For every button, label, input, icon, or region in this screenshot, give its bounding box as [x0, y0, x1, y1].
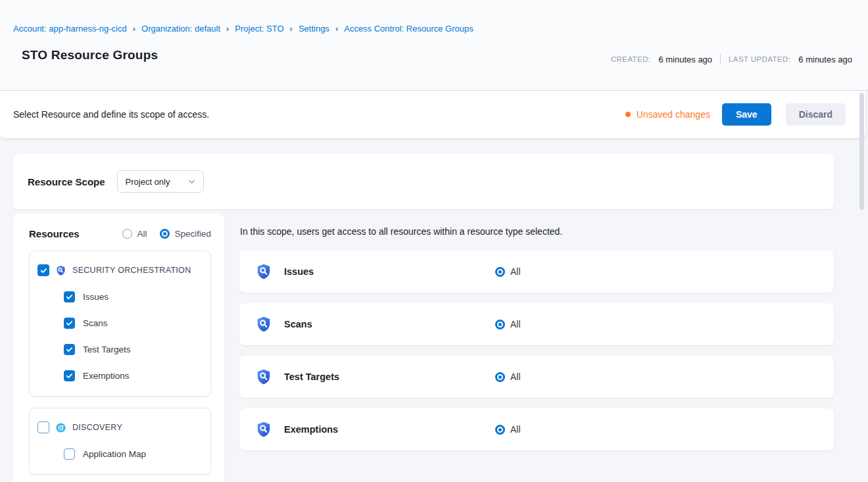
- tree-item-label: Exemptions: [83, 371, 130, 381]
- shield-search-icon: [255, 421, 272, 438]
- save-button[interactable]: Save: [722, 103, 771, 126]
- unsaved-changes-label: Unsaved changes: [637, 109, 710, 120]
- radio-option-specified[interactable]: Specified: [160, 229, 211, 239]
- resources-mode-radio-group: All Specified: [122, 229, 211, 239]
- tree-item-scans: Scans: [64, 318, 203, 329]
- resource-row-label: Issues: [284, 266, 495, 277]
- scope-description: In this scope, users get access to all r…: [240, 226, 834, 237]
- chevron-down-icon: [188, 178, 195, 185]
- last-updated-label: LAST UPDATED:: [729, 55, 790, 63]
- toolbar-description: Select Resource and define its scope of …: [13, 109, 209, 120]
- resources-panel: Resources All Specified: [13, 214, 224, 482]
- resource-row-test-targets: Test Targets All: [239, 356, 834, 398]
- breadcrumb-settings-link[interactable]: Settings: [299, 24, 329, 34]
- resource-row-label: Scans: [284, 319, 495, 329]
- breadcrumb-resource-groups-link[interactable]: Access Control: Resource Groups: [344, 24, 473, 34]
- tree-item-label: Test Targets: [83, 345, 131, 354]
- access-radio-all[interactable]: All: [495, 319, 521, 329]
- checkbox-scans[interactable]: [64, 318, 75, 329]
- header-meta: CREATED: 6 minutes ago LAST UPDATED: 6 m…: [611, 54, 852, 64]
- tree-item-issues: Issues: [64, 291, 203, 302]
- tree-item-application-map: Application Map: [64, 448, 203, 460]
- radio-selected-icon: [495, 372, 505, 382]
- breadcrumb-organization-link[interactable]: Organization: default: [141, 24, 220, 34]
- shield-search-icon: [255, 263, 272, 280]
- resource-scope-card: Resource Scope Project only: [13, 154, 834, 209]
- chevron-right-icon: [290, 24, 293, 34]
- resource-row-label: Test Targets: [284, 372, 495, 382]
- tree-item-label: Scans: [83, 318, 108, 328]
- resource-group-discovery: DISCOVERY Application Map: [29, 408, 211, 475]
- access-radio-all[interactable]: All: [495, 266, 521, 277]
- main-scrollbar[interactable]: [859, 93, 864, 210]
- group-label: SECURITY ORCHESTRATION: [72, 266, 191, 275]
- resource-scope-selected-value: Project only: [126, 177, 170, 187]
- created-value: 6 minutes ago: [658, 55, 712, 64]
- checkbox-discovery[interactable]: [37, 422, 49, 433]
- group-label: DISCOVERY: [72, 423, 122, 432]
- resource-group-security-orchestration: SECURITY ORCHESTRATION Issues Scans: [29, 251, 211, 397]
- breadcrumb-project-link[interactable]: Project: STO: [235, 24, 283, 34]
- resource-row-label: Exemptions: [284, 424, 495, 435]
- action-toolbar: Select Resource and define its scope of …: [0, 91, 865, 138]
- access-all-label: All: [510, 372, 521, 382]
- breadcrumb: Account: app-harness-ng-cicd Organizatio…: [13, 24, 852, 34]
- access-radio-all[interactable]: All: [495, 372, 521, 382]
- scope-rows-section: In this scope, users get access to all r…: [224, 214, 834, 482]
- chevron-right-icon: [226, 24, 229, 34]
- radio-all-label: All: [137, 229, 147, 239]
- discard-button[interactable]: Discard: [786, 103, 846, 126]
- checkbox-exemptions[interactable]: [64, 370, 75, 381]
- page-header: Account: app-harness-ng-cicd Organizatio…: [0, 0, 868, 91]
- shield-search-icon: [255, 316, 272, 333]
- tree-item-label: Application Map: [83, 449, 146, 459]
- created-label: CREATED:: [611, 55, 651, 63]
- meta-divider: [720, 54, 721, 64]
- shield-search-icon: [55, 265, 66, 276]
- tree-item-exemptions: Exemptions: [64, 370, 203, 381]
- resource-row-issues: Issues All: [239, 251, 834, 293]
- last-updated-value: 6 minutes ago: [798, 55, 852, 64]
- radio-unselected-icon: [122, 229, 132, 239]
- radio-selected-icon: [495, 425, 505, 435]
- unsaved-dot-icon: [625, 112, 631, 117]
- resources-title: Resources: [29, 228, 80, 239]
- checkbox-test-targets[interactable]: [64, 344, 75, 355]
- checkbox-issues[interactable]: [64, 291, 75, 302]
- radio-selected-icon: [495, 267, 505, 277]
- resource-row-exemptions: Exemptions All: [239, 408, 834, 450]
- discovery-icon: [55, 422, 66, 433]
- tree-item-label: Issues: [83, 292, 108, 302]
- radio-specified-label: Specified: [174, 229, 211, 239]
- tree-item-test-targets: Test Targets: [64, 344, 203, 355]
- shield-search-icon: [255, 368, 272, 385]
- access-all-label: All: [510, 424, 521, 435]
- radio-selected-icon: [495, 320, 505, 329]
- access-radio-all[interactable]: All: [495, 424, 521, 435]
- resource-row-scans: Scans All: [239, 303, 834, 345]
- chevron-right-icon: [133, 24, 135, 34]
- access-all-label: All: [510, 319, 521, 329]
- radio-option-all[interactable]: All: [122, 229, 147, 239]
- breadcrumb-account-link[interactable]: Account: app-harness-ng-cicd: [13, 24, 127, 34]
- chevron-right-icon: [335, 24, 338, 34]
- access-all-label: All: [510, 266, 521, 277]
- resource-scope-label: Resource Scope: [28, 176, 105, 187]
- checkbox-security-orchestration[interactable]: [37, 264, 49, 276]
- main-content: Resource Scope Project only Resources Al…: [0, 138, 868, 482]
- radio-selected-icon: [160, 229, 170, 239]
- resource-scope-select[interactable]: Project only: [117, 170, 205, 193]
- checkbox-application-map[interactable]: [64, 448, 75, 460]
